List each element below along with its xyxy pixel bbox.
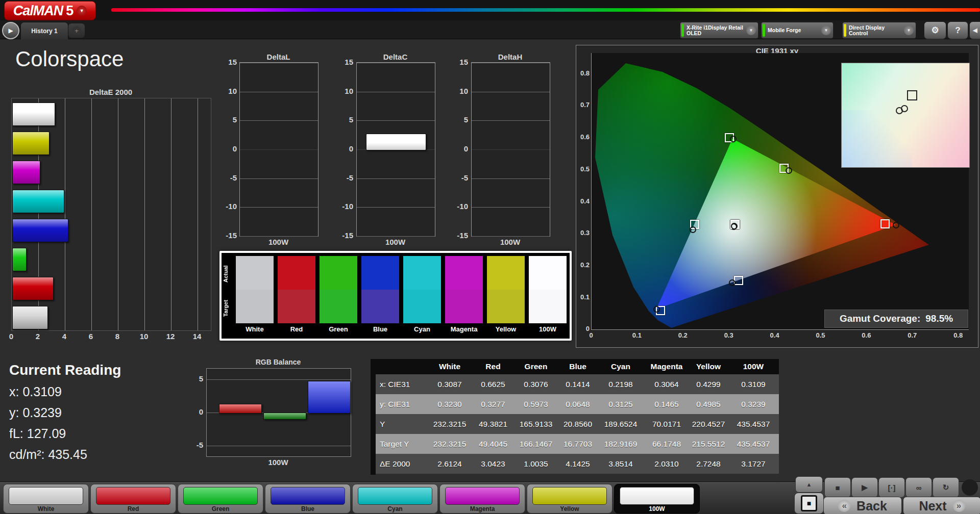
pattern-button-magenta[interactable]: Magenta (439, 484, 525, 513)
target-swatch (320, 290, 357, 323)
pattern-button-green[interactable]: Green (178, 484, 263, 513)
pattern-button-yellow[interactable]: Yellow (527, 484, 612, 513)
back-button[interactable]: « Back (823, 497, 902, 514)
cie-x-tick: 0.5 (813, 331, 829, 339)
refresh-button[interactable]: ↻ (933, 477, 959, 498)
logo-menu-arrow-icon[interactable]: ▼ (77, 6, 87, 16)
pattern-window-button[interactable]: ■ (794, 493, 824, 514)
deltal-y-axis: 151050-5-10-15 (220, 62, 238, 236)
swatch-column-green: Green (320, 256, 357, 333)
deltae-x-axis: 02468101214 (11, 332, 215, 341)
deltaL-gridline (240, 120, 318, 121)
swatch-label: Yellow (487, 325, 525, 333)
tab-bar: ▶ History 1 + X-Rite i1Display Retail OL… (0, 20, 980, 39)
pattern-swatch (183, 487, 258, 505)
table-cell: 0.2198 (597, 374, 644, 394)
actual-swatch (403, 256, 441, 290)
table-cell: 70.0171 (644, 414, 689, 434)
current-reading-values: x: 0.3109y: 0.3239fL: 127.09cd/m²: 435.4… (9, 384, 121, 462)
pattern-button-red[interactable]: Red (90, 484, 176, 513)
refresh-icon: ↻ (943, 483, 949, 492)
deltaH-gridline (472, 207, 550, 208)
meter-dropdown[interactable]: X-Rite i1Display Retail OLED ▼ (680, 22, 758, 39)
next-button-label: Next (919, 499, 946, 513)
table-cell: 0.6625 (473, 374, 513, 394)
swatch-column-cyan: Cyan (403, 256, 441, 333)
tab-label: History 1 (31, 28, 57, 35)
table-cell: 435.4537 (728, 414, 779, 434)
swatch-column-red: Red (278, 256, 315, 333)
tab-history-1[interactable]: History 1 (20, 22, 68, 39)
chevron-down-icon[interactable]: ▼ (821, 25, 831, 35)
deltaH-axis-tick: -10 (452, 202, 468, 211)
calman-logo[interactable]: CalMAN 5 ▼ (4, 1, 96, 20)
table-col-header: Magenta (644, 359, 689, 374)
stop-button[interactable]: ■ (824, 477, 851, 498)
table-cell: 1.0035 (513, 454, 558, 474)
table-cell: 0.1414 (558, 374, 597, 394)
swatch-label: 100W (529, 325, 567, 333)
table-edge-strip (371, 359, 376, 475)
add-tab-button[interactable]: + (68, 23, 85, 38)
deltae-bar-blue (12, 219, 68, 242)
actual-swatch (236, 256, 274, 290)
table-cell: 232.3215 (427, 434, 473, 454)
deltae-axis-tick: 2 (32, 332, 44, 341)
help-button[interactable]: ? (947, 21, 968, 39)
current-reading-line: y: 0.3239 (9, 405, 121, 420)
deltah-title: DeltaH (471, 53, 549, 61)
deltac-title: DeltaC (356, 53, 434, 61)
cie-y-tick: 0.5 (576, 165, 590, 173)
chevrons-left-icon: « (838, 500, 850, 512)
source-dropdown[interactable]: Mobile Forge ▼ (761, 22, 834, 39)
pattern-button-cyan[interactable]: Cyan (352, 484, 438, 513)
deltae-chart (11, 98, 211, 331)
continuous-measure-button[interactable]: ∞ (905, 477, 932, 498)
cie-x-tick: 0.8 (950, 331, 966, 339)
table-cell: 3.8514 (597, 454, 644, 474)
current-reading-line: cd/m²: 435.45 (9, 447, 121, 462)
table-col-header: Red (473, 359, 513, 374)
table-cell: 0.1465 (644, 394, 689, 414)
display-control-label: Direct Display Control (846, 25, 904, 36)
pattern-button-blue[interactable]: Blue (265, 484, 351, 513)
cie-y-tick: 0.1 (576, 293, 590, 301)
rgb-balance-y-axis: 50-5 (190, 368, 204, 456)
next-button[interactable]: Next » (903, 497, 980, 514)
rgb-axis-tick: 5 (187, 374, 203, 383)
collapse-panel-button[interactable]: ◀ (969, 21, 980, 39)
pattern-swatch (271, 487, 345, 505)
deltaC-axis-tick: -5 (337, 173, 353, 182)
page-title: Colorspace (15, 47, 124, 71)
deltaL-axis-tick: -15 (220, 231, 237, 240)
play-button[interactable]: ▶ (851, 477, 878, 498)
table-cell: 215.5512 (689, 434, 728, 454)
deltaL-axis-tick: 5 (220, 115, 237, 124)
chevron-down-icon[interactable]: ▼ (746, 25, 756, 35)
display-control-dropdown[interactable]: Direct Display Control ▼ (842, 22, 916, 39)
swatch-column-yellow: Yellow (487, 256, 525, 333)
expand-panel-button[interactable]: ▲ (795, 476, 823, 493)
deltaH-gridline (472, 63, 550, 63)
play-icon: ▶ (8, 27, 13, 34)
table-row-label: Y (376, 414, 427, 434)
table-col-header: Yellow (689, 359, 728, 374)
history-nav-button[interactable]: ▶ (2, 22, 19, 39)
settings-button[interactable]: ⚙ (924, 21, 946, 39)
deltaC-axis-tick: 5 (337, 115, 353, 124)
pattern-swatch (532, 487, 607, 505)
rgb-gridline (207, 446, 351, 446)
deltae-gridline (118, 98, 118, 330)
table-col-header: Blue (558, 359, 597, 374)
chevron-down-icon[interactable]: ▼ (904, 25, 914, 35)
deltae-bar-red (12, 277, 54, 300)
pattern-button-white[interactable]: White (3, 484, 89, 513)
pattern-button-100w[interactable]: 100W (614, 484, 700, 513)
gear-icon: ⚙ (931, 25, 939, 36)
pattern-button-label: Blue (265, 505, 350, 512)
single-measure-button[interactable]: [·] (878, 477, 905, 498)
deltaL-gridline (240, 236, 318, 237)
white-point-measured-marker-2 (901, 105, 908, 112)
table-row-label: ΔE 2000 (376, 454, 427, 474)
deltae-gridline (198, 98, 198, 330)
